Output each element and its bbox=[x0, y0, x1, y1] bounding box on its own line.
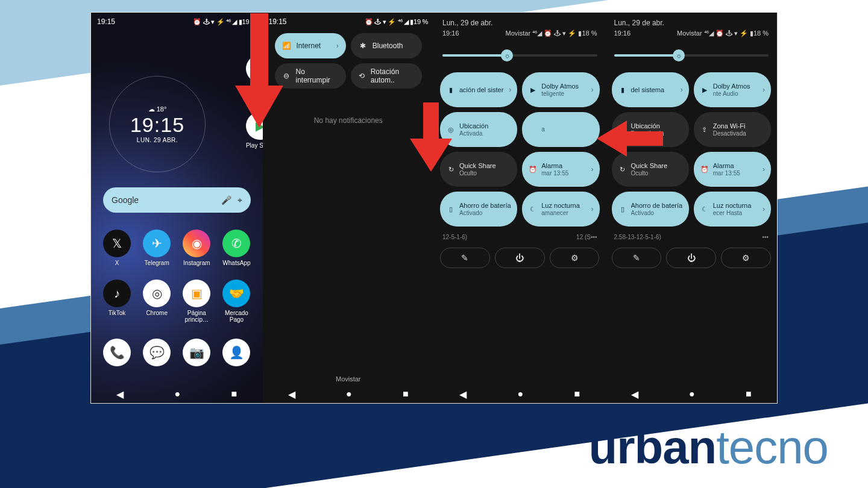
search-placeholder: Google bbox=[112, 195, 139, 205]
app-chrome[interactable]: ◎Chrome bbox=[139, 280, 175, 323]
tile-icon: ▯ bbox=[446, 205, 456, 213]
qs-tile-tile[interactable]: a bbox=[522, 112, 599, 147]
tile-icon: ☾ bbox=[528, 205, 538, 213]
status-bar: 19:15 ⏰ 🕹 ▾ ⚡ ⁴⁶ ◢ ▮19 % bbox=[263, 13, 435, 28]
nav-back-icon[interactable]: ◀ bbox=[288, 389, 295, 400]
qs-tile-luz-nocturna[interactable]: ☾Luz nocturnaamanecer› bbox=[522, 192, 599, 227]
nav-bar: ◀ ● ■ bbox=[91, 385, 263, 403]
tile-icon: ▮ bbox=[618, 86, 627, 94]
dock-app[interactable]: 👤 bbox=[218, 339, 254, 369]
app-tiktok[interactable]: ♪TikTok bbox=[99, 280, 135, 323]
qs-time: 19:16 bbox=[442, 30, 459, 37]
nav-back-icon[interactable]: ◀ bbox=[116, 389, 124, 400]
tile-icon: ✱ bbox=[358, 42, 368, 50]
qs-tile-dolby-atmos[interactable]: ▶Dolby Atmosteligente› bbox=[522, 72, 599, 107]
app-mercado-pago[interactable]: 🤝Mercado Pago bbox=[218, 280, 254, 323]
power-icon: ⏻ bbox=[515, 253, 524, 263]
brand-part2: tecno bbox=[716, 421, 828, 474]
app-whatsapp[interactable]: ✆WhatsApp bbox=[218, 230, 254, 266]
google-search-bar[interactable]: Google 🎤 ⌖ bbox=[103, 187, 251, 213]
nav-bar: ◀ ● ■ bbox=[434, 385, 606, 403]
power-button[interactable]: ⏻ bbox=[495, 248, 545, 268]
highlight-arrow-3 bbox=[597, 120, 663, 157]
svg-marker-0 bbox=[235, 13, 283, 128]
carrier-label: Movistar bbox=[263, 375, 435, 383]
qs-tile-dolby-atmos[interactable]: ▶Dolby Atmosnte Audio› bbox=[694, 72, 771, 107]
tile-icon: ☾ bbox=[700, 205, 709, 213]
tile-icon: ▮ bbox=[446, 86, 456, 94]
dock-app[interactable]: 💬 bbox=[139, 339, 175, 369]
edit-button[interactable]: ✎ bbox=[612, 248, 662, 268]
phone-4-quicksettings-location-off: Lun., 29 de abr. 19:16 Movistar ⁴⁶◢ ⏰ 🕹 … bbox=[606, 13, 778, 403]
settings-icon: ⚙ bbox=[742, 253, 750, 263]
clock-date: LUN. 29 ABR. bbox=[137, 137, 178, 143]
tile-icon: ▶ bbox=[528, 86, 538, 94]
settings-button[interactable]: ⚙ bbox=[721, 248, 771, 268]
build-info-left: 2.58-13-12-5-1-6) bbox=[614, 234, 661, 240]
qs-tile-del-sistema[interactable]: ▮del sistema› bbox=[612, 72, 689, 107]
qs-tile-alarma[interactable]: ⏰Alarmamar 13:55› bbox=[694, 152, 771, 187]
app-x[interactable]: 𝕏X bbox=[99, 230, 135, 266]
qs-tile-rotaci-n-autom-[interactable]: ⟲Rotación autom.. bbox=[351, 63, 422, 89]
nav-home-icon[interactable]: ● bbox=[346, 389, 352, 399]
qs-tile-alarma[interactable]: ⏰Alarmamar 13:55› bbox=[522, 152, 599, 187]
qs-carrier-line: Movistar ⁴⁶◢ ⏰ 🕹 ▾ ⚡ ▮18 % bbox=[506, 30, 597, 37]
nav-recent-icon[interactable]: ■ bbox=[746, 389, 752, 399]
nav-bar: ◀ ● ■ bbox=[263, 385, 435, 403]
mic-icon[interactable]: 🎤 bbox=[221, 195, 231, 205]
clock-weather-widget[interactable]: ☁ 18° 19:15 LUN. 29 ABR. bbox=[109, 76, 206, 172]
brand-part1: urban bbox=[589, 421, 717, 474]
qs-tile-internet[interactable]: 📶Internet› bbox=[275, 33, 346, 58]
weather-label: ☁ 18° bbox=[148, 105, 167, 113]
qs-tile-no-interrumpir[interactable]: ⊖No interrumpir bbox=[275, 63, 346, 89]
brightness-icon: ☼ bbox=[501, 49, 513, 61]
app-p-gina-princip-[interactable]: ▣Página princip… bbox=[178, 280, 215, 323]
dock-app[interactable]: 📷 bbox=[178, 339, 215, 369]
svg-marker-1 bbox=[410, 102, 452, 172]
settings-button[interactable]: ⚙ bbox=[550, 248, 600, 268]
qs-carrier-line: Movistar ⁴⁶◢ ⏰ 🕹 ▾ ⚡ ▮18 % bbox=[677, 30, 769, 37]
app-telegram[interactable]: ✈Telegram bbox=[139, 230, 175, 266]
status-time: 19:15 bbox=[97, 17, 115, 26]
tile-icon: ⏰ bbox=[700, 166, 709, 174]
highlight-arrow-2 bbox=[410, 102, 452, 175]
app-instagram[interactable]: ◉Instagram bbox=[178, 230, 215, 266]
brightness-slider[interactable]: ☼ bbox=[442, 47, 597, 64]
qs-tile-zona-wi-fi[interactable]: ⇪Zona Wi-FiDesactivada bbox=[694, 112, 771, 147]
power-icon: ⏻ bbox=[687, 253, 696, 263]
brightness-icon: ☼ bbox=[673, 49, 685, 61]
qs-tile-quick-share[interactable]: ↻Quick ShareOculto bbox=[612, 152, 689, 187]
tile-icon: ▶ bbox=[700, 86, 709, 94]
nav-home-icon[interactable]: ● bbox=[518, 389, 524, 399]
qs-tile-ahorro-de-bater-a[interactable]: ▯Ahorro de bateríaActivado bbox=[612, 192, 689, 227]
tile-icon: ⇪ bbox=[700, 126, 709, 134]
svg-marker-2 bbox=[597, 120, 663, 157]
nav-bar: ◀ ● ■ bbox=[606, 385, 778, 403]
brightness-slider[interactable]: ☼ bbox=[614, 47, 769, 64]
nav-recent-icon[interactable]: ■ bbox=[574, 389, 580, 399]
edit-button[interactable]: ✎ bbox=[440, 248, 490, 268]
phone-3-quicksettings-location-on: Lun., 29 de abr. 19:16 Movistar ⁴⁶◢ ⏰ 🕹 … bbox=[434, 13, 606, 403]
qs-tile-bluetooth[interactable]: ✱Bluetooth bbox=[351, 33, 422, 58]
dock-app[interactable]: 📞 bbox=[99, 339, 135, 369]
settings-icon: ⚙ bbox=[571, 253, 579, 263]
qs-tile-ahorro-de-bater-a[interactable]: ▯Ahorro de bateríaActivado bbox=[440, 192, 517, 227]
qs-time: 19:16 bbox=[614, 30, 631, 37]
qs-tile-luz-nocturna[interactable]: ☾Luz nocturnaecer Hasta› bbox=[694, 192, 771, 227]
nav-recent-icon[interactable]: ■ bbox=[403, 389, 409, 399]
brand-logo: urbantecno bbox=[589, 420, 828, 475]
nav-home-icon[interactable]: ● bbox=[689, 389, 695, 399]
build-info-left: 12-5-1-6) bbox=[442, 234, 467, 240]
edit-icon: ✎ bbox=[461, 253, 468, 263]
screenshots-stage: 19:15 ⏰ 🕹 ▾ ⚡ ⁴⁶ ◢ ▮19 % ☁ 18° 19:15 LUN… bbox=[90, 12, 778, 404]
power-button[interactable]: ⏻ bbox=[666, 248, 716, 268]
lens-icon[interactable]: ⌖ bbox=[237, 195, 242, 205]
highlight-arrow-1 bbox=[235, 13, 283, 134]
nav-recent-icon[interactable]: ■ bbox=[231, 389, 237, 399]
build-info-right: ••• bbox=[762, 234, 769, 240]
status-indicators: ⏰ 🕹 ▾ ⚡ ⁴⁶ ◢ ▮19 % bbox=[365, 18, 428, 26]
nav-home-icon[interactable]: ● bbox=[175, 389, 181, 399]
nav-back-icon[interactable]: ◀ bbox=[631, 389, 638, 400]
nav-back-icon[interactable]: ◀ bbox=[459, 389, 467, 400]
tile-icon: ⟲ bbox=[358, 72, 366, 80]
